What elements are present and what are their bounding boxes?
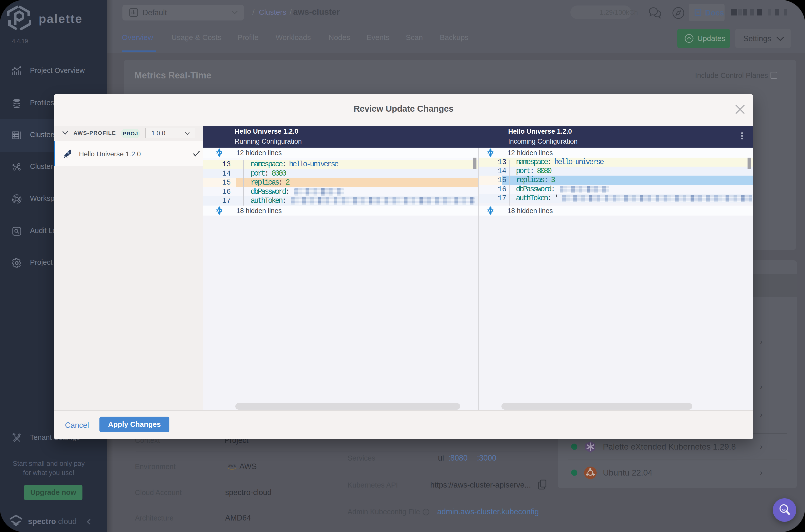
- svg-text:aws: aws: [228, 463, 236, 468]
